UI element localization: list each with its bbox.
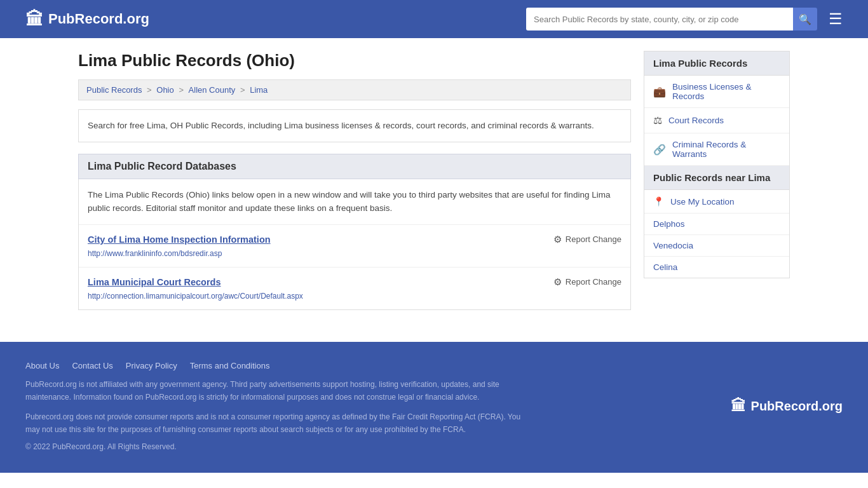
record-url-2[interactable]: http://connection.limamunicipalcourt.org… xyxy=(88,292,303,301)
breadcrumb-sep-3: > xyxy=(240,85,247,95)
breadcrumb-allen-county[interactable]: Allen County xyxy=(189,85,236,95)
footer-top: About Us Contact Us Privacy Policy Terms… xyxy=(25,361,843,452)
sidebar-label-business: Business Licenses & Records xyxy=(672,82,780,101)
sidebar-item-court-records[interactable]: ⚖ Court Records xyxy=(644,108,789,133)
sidebar-label-criminal: Criminal Records & Warrants xyxy=(672,140,780,159)
report-change-icon-2: ⚙ xyxy=(553,276,562,288)
records-intro-text: The Lima Public Records (Ohio) links bel… xyxy=(88,190,610,214)
sidebar-label-location: Use My Location xyxy=(670,197,735,207)
report-change-button-1[interactable]: ⚙ Report Change xyxy=(553,234,621,245)
logo-text: PubRecord.org xyxy=(48,11,149,27)
right-sidebar: Lima Public Records 💼 Business Licenses … xyxy=(644,51,790,310)
search-bar: 🔍 xyxy=(526,8,817,30)
location-pin-icon: 📍 xyxy=(653,196,664,207)
sidebar-label-court: Court Records xyxy=(668,116,724,125)
sidebar-item-venedocia[interactable]: Venedocia xyxy=(644,235,789,257)
records-section: The Lima Public Records (Ohio) links bel… xyxy=(78,179,631,310)
report-change-label-2: Report Change xyxy=(566,277,621,287)
page-description: Search for free Lima, OH Public Records,… xyxy=(78,109,631,142)
site-logo[interactable]: 🏛 PubRecord.org xyxy=(25,9,149,30)
footer-logo-text: PubRecord.org xyxy=(751,399,843,414)
search-icon: 🔍 xyxy=(799,13,811,25)
main-container: Lima Public Records (Ohio) Public Record… xyxy=(53,38,815,323)
sidebar-lima-records: Lima Public Records 💼 Business Licenses … xyxy=(644,51,790,278)
sidebar-item-criminal-records[interactable]: 🔗 Criminal Records & Warrants xyxy=(644,133,789,166)
record-item: City of Lima Home Inspection Information… xyxy=(79,225,630,268)
footer-logo[interactable]: 🏛 PubRecord.org xyxy=(731,361,843,452)
scales-icon: ⚖ xyxy=(653,114,662,126)
sidebar-item-delphos[interactable]: Delphos xyxy=(644,214,789,235)
breadcrumb-sep-1: > xyxy=(147,85,154,95)
databases-section-header: Lima Public Record Databases xyxy=(78,154,631,179)
link-icon: 🔗 xyxy=(653,144,666,156)
sidebar-title-1: Lima Public Records xyxy=(644,51,789,76)
search-button[interactable]: 🔍 xyxy=(793,8,817,30)
report-change-label-1: Report Change xyxy=(566,234,621,244)
briefcase-icon: 💼 xyxy=(653,86,666,98)
breadcrumb-public-records[interactable]: Public Records xyxy=(86,85,142,95)
footer-contact[interactable]: Contact Us xyxy=(72,361,112,370)
databases-title: Lima Public Record Databases xyxy=(88,161,236,172)
footer-privacy[interactable]: Privacy Policy xyxy=(126,361,177,370)
report-change-icon-1: ⚙ xyxy=(553,234,562,245)
footer-left: About Us Contact Us Privacy Policy Terms… xyxy=(25,361,534,452)
sidebar-item-use-location[interactable]: 📍 Use My Location xyxy=(644,190,789,214)
site-footer: About Us Contact Us Privacy Policy Terms… xyxy=(0,342,868,473)
record-title-1[interactable]: City of Lima Home Inspection Information xyxy=(88,234,271,245)
page-title: Lima Public Records (Ohio) xyxy=(78,51,631,71)
breadcrumb-ohio[interactable]: Ohio xyxy=(156,85,173,95)
breadcrumb-sep-2: > xyxy=(179,85,186,95)
footer-logo-icon: 🏛 xyxy=(731,397,746,415)
header-right: 🔍 ☰ xyxy=(526,8,843,30)
footer-terms[interactable]: Terms and Conditions xyxy=(190,361,270,370)
footer-links: About Us Contact Us Privacy Policy Terms… xyxy=(25,361,534,370)
sidebar-item-celina[interactable]: Celina xyxy=(644,257,789,278)
record-url-1[interactable]: http://www.franklininfo.com/bdsredir.asp xyxy=(88,249,222,258)
sidebar-title-nearby: Public Records near Lima xyxy=(644,166,789,190)
description-text: Search for free Lima, OH Public Records,… xyxy=(88,121,594,130)
search-input[interactable] xyxy=(526,8,793,30)
logo-icon: 🏛 xyxy=(25,9,43,30)
records-intro: The Lima Public Records (Ohio) links bel… xyxy=(79,179,630,225)
site-header: 🏛 PubRecord.org 🔍 ☰ xyxy=(0,0,868,38)
menu-icon[interactable]: ☰ xyxy=(829,10,843,28)
breadcrumb-lima[interactable]: Lima xyxy=(250,85,268,95)
footer-disclaimer-1: PubRecord.org is not affiliated with any… xyxy=(25,378,534,404)
record-item-top-1: City of Lima Home Inspection Information… xyxy=(88,234,621,245)
footer-disclaimer-2: Pubrecord.org does not provide consumer … xyxy=(25,410,534,437)
footer-about[interactable]: About Us xyxy=(25,361,59,370)
sidebar-item-business-licenses[interactable]: 💼 Business Licenses & Records xyxy=(644,76,789,108)
footer-copyright: © 2022 PubRecord.org. All Rights Reserve… xyxy=(25,442,534,451)
report-change-button-2[interactable]: ⚙ Report Change xyxy=(553,276,621,288)
record-item-2: Lima Municipal Court Records ⚙ Report Ch… xyxy=(79,268,630,309)
breadcrumb: Public Records > Ohio > Allen County > L… xyxy=(78,79,631,100)
record-item-top-2: Lima Municipal Court Records ⚙ Report Ch… xyxy=(88,276,621,288)
record-title-2[interactable]: Lima Municipal Court Records xyxy=(88,277,220,287)
left-content: Lima Public Records (Ohio) Public Record… xyxy=(78,51,631,310)
